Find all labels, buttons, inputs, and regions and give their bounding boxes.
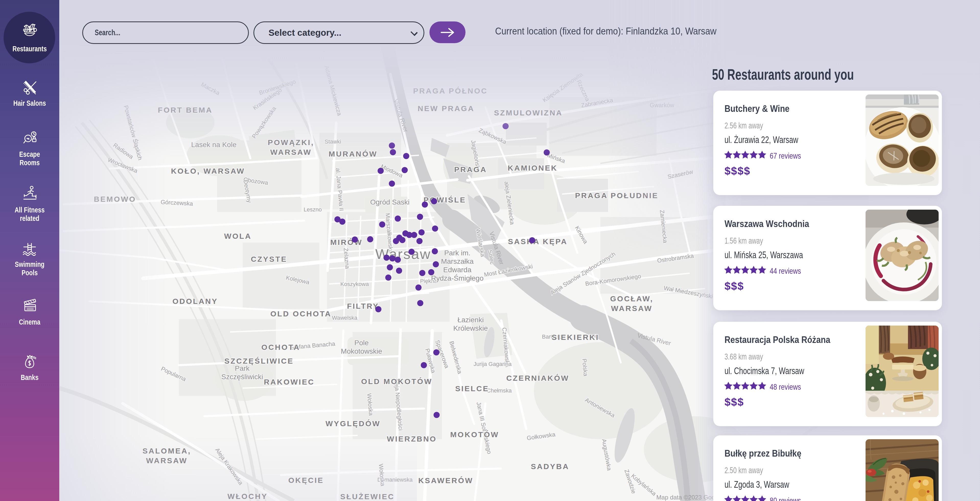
svg-text:Szczęśliwicki: Szczęśliwicki [221, 373, 263, 381]
svg-text:ODOLANY: ODOLANY [172, 297, 218, 305]
svg-text:OLD MOKOTÓW: OLD MOKOTÓW [361, 377, 433, 385]
svg-text:SIEKIERKI: SIEKIERKI [552, 333, 599, 341]
svg-text:WOLA: WOLA [224, 232, 251, 240]
svg-text:MOKOTÓW: MOKOTÓW [450, 430, 499, 439]
svg-text:Marszałka: Marszałka [441, 257, 474, 265]
svg-text:SADYBA: SADYBA [531, 462, 570, 471]
svg-text:Chełmska: Chełmska [487, 387, 512, 394]
svg-text:GOCŁAW,: GOCŁAW, [610, 295, 654, 303]
svg-text:RAKOWIEC: RAKOWIEC [264, 378, 315, 386]
svg-text:Leszno: Leszno [304, 206, 322, 213]
svg-text:Jurija Gagarina: Jurija Gagarina [473, 361, 512, 367]
svg-text:Park im.: Park im. [444, 249, 471, 257]
svg-text:Ogród Saski: Ogród Saski [370, 198, 409, 206]
svg-text:WARSAW: WARSAW [611, 304, 652, 312]
svg-text:Koszykowa: Koszykowa [340, 281, 369, 287]
svg-text:Rydza-Śmigłego: Rydza-Śmigłego [431, 274, 484, 282]
svg-text:POWIŚLE: POWIŚLE [423, 196, 466, 204]
svg-text:KOŁO, WARSAW: KOŁO, WARSAW [171, 167, 245, 175]
svg-text:SIELCE: SIELCE [455, 384, 489, 393]
svg-text:KAMIONEK: KAMIONEK [508, 164, 557, 172]
svg-text:SZCZĘŚLIWICE: SZCZĘŚLIWICE [224, 357, 294, 365]
svg-text:OLD OCHOTA: OLD OCHOTA [270, 309, 331, 318]
svg-text:CZERNIAKÓW: CZERNIAKÓW [506, 374, 570, 382]
svg-text:Wawelska: Wawelska [332, 315, 357, 321]
svg-text:PRAGA: PRAGA [454, 165, 487, 174]
svg-text:Park: Park [235, 365, 250, 372]
svg-text:Edwarda: Edwarda [443, 266, 472, 274]
svg-text:Mokotowskie: Mokotowskie [341, 347, 382, 355]
svg-text:CZYSTE: CZYSTE [251, 255, 287, 263]
svg-text:KSAWERÓW: KSAWERÓW [418, 476, 473, 485]
svg-text:FILTRY: FILTRY [347, 302, 379, 310]
svg-text:OCHOTA: OCHOTA [261, 343, 300, 351]
svg-text:Królewskie: Królewskie [453, 324, 488, 332]
svg-text:WYGLĘDÓW: WYGLĘDÓW [326, 419, 380, 428]
svg-text:Warsaw: Warsaw [375, 246, 431, 262]
svg-text:SASKA KĘPA: SASKA KĘPA [508, 237, 567, 246]
svg-text:Łazienki: Łazienki [458, 316, 484, 324]
svg-text:Pole: Pole [354, 339, 369, 347]
